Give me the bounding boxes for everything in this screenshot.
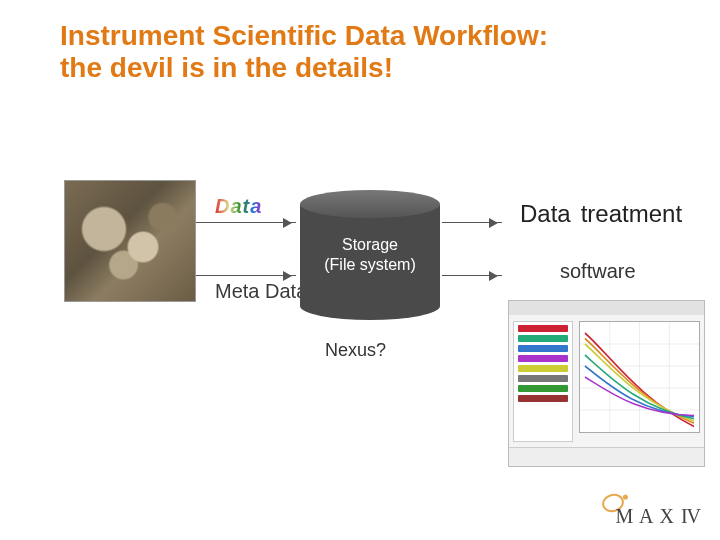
label-nexus: Nexus? [325, 340, 386, 361]
data-treatment-label: Datatreatment [520, 200, 682, 228]
label-data: Data [215, 195, 262, 218]
instrument-photo [64, 180, 196, 302]
legend-row [518, 335, 568, 342]
screenshot-titlebar [509, 301, 704, 315]
plot-svg [580, 322, 699, 432]
storage-cylinder: Storage (File system) [300, 190, 440, 320]
label-metadata: Meta Data [215, 280, 307, 303]
legend-row [518, 345, 568, 352]
screenshot-plot [579, 321, 700, 433]
treatment-word-data: Data [520, 200, 571, 227]
software-label: software [560, 260, 636, 283]
storage-line2: (File system) [324, 256, 416, 273]
legend-row [518, 355, 568, 362]
legend-row [518, 395, 568, 402]
legend-row [518, 375, 568, 382]
instrument-photo-content [65, 181, 195, 301]
cylinder-top [300, 190, 440, 218]
treatment-word-treatment: treatment [581, 200, 682, 227]
legend-row [518, 365, 568, 372]
storage-label: Storage (File system) [300, 235, 440, 275]
screenshot-statusbar [509, 447, 704, 466]
slide: Instrument Scientific Data Workflow:the … [0, 0, 720, 540]
software-screenshot [508, 300, 705, 467]
legend-row [518, 385, 568, 392]
screenshot-legend [513, 321, 573, 442]
arrow-data [196, 222, 296, 223]
arrow-to-treatment-bottom [442, 275, 502, 276]
storage-line1: Storage [342, 236, 398, 253]
arrow-metadata [196, 275, 296, 276]
slide-title: Instrument Scientific Data Workflow:the … [60, 20, 640, 84]
legend-row [518, 325, 568, 332]
maxiv-logo: M A X IV [615, 505, 700, 528]
arrow-to-treatment-top [442, 222, 502, 223]
